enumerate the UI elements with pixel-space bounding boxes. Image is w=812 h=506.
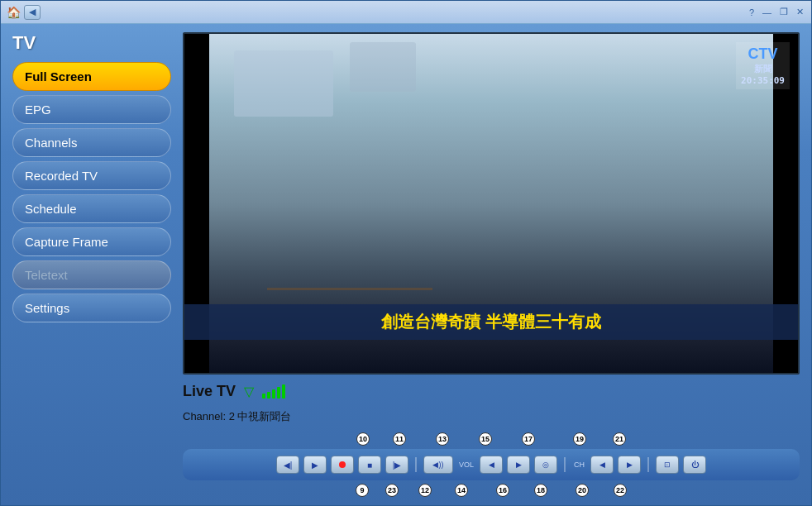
callout-bottom-row: 9 23 12 14 16 18 20 22 bbox=[183, 482, 800, 499]
restore-button[interactable]: ❐ bbox=[777, 7, 791, 17]
right-panel: CTV 新聞 20:35:09 創造台灣奇蹟 半導體三十有成 Live TV ▽ bbox=[183, 32, 800, 499]
help-button[interactable]: ? bbox=[747, 7, 757, 17]
sidebar-item-settings[interactable]: Settings bbox=[12, 294, 171, 322]
callout-top-row: 10 11 13 15 17 19 21 bbox=[183, 431, 800, 447]
ch-up-button[interactable]: ▶ bbox=[618, 456, 641, 474]
callout-9: 9 bbox=[356, 484, 369, 497]
callout-11: 11 bbox=[393, 432, 406, 446]
video-container[interactable]: CTV 新聞 20:35:09 創造台灣奇蹟 半導體三十有成 bbox=[183, 32, 800, 375]
tv-scene: CTV 新聞 20:35:09 創造台灣奇蹟 半導體三十有成 bbox=[184, 34, 798, 373]
status-bar: Live TV ▽ bbox=[183, 381, 800, 402]
antenna-icon: ▽ bbox=[244, 384, 254, 399]
record-button[interactable] bbox=[331, 456, 354, 474]
snapshot-button[interactable]: ⊡ bbox=[656, 456, 679, 474]
play-button[interactable]: ▶ bbox=[303, 456, 327, 474]
vol-down-button[interactable]: ◀ bbox=[480, 456, 503, 474]
callout-17: 17 bbox=[522, 432, 535, 446]
callout-20: 20 bbox=[576, 484, 589, 497]
prev-button[interactable]: ◀| bbox=[276, 456, 299, 474]
tv-subtitle: 創造台灣奇蹟 半導體三十有成 bbox=[184, 304, 798, 340]
callout-13: 13 bbox=[436, 432, 449, 446]
controls-button-row: ◀| ▶ ■ |▶ ◀)) VOL ◀ ▶ ◎ CH ◀ bbox=[191, 456, 791, 474]
sidebar-item-schedule[interactable]: Schedule bbox=[12, 194, 171, 223]
main-content: TV Full Screen EPG Channels Recorded TV … bbox=[1, 24, 811, 506]
callout-21: 21 bbox=[613, 432, 626, 446]
controls-wrapper: 10 11 13 15 17 19 21 ◀| ▶ ■ bbox=[183, 431, 800, 499]
sep1 bbox=[415, 457, 417, 472]
ch-down-button[interactable]: ◀ bbox=[590, 456, 614, 474]
tv-logo: CTV 新聞 20:35:09 bbox=[736, 42, 790, 89]
sidebar-item-capture-frame[interactable]: Capture Frame bbox=[12, 227, 171, 256]
callout-12: 12 bbox=[418, 484, 432, 497]
callout-22: 22 bbox=[614, 484, 627, 497]
sep3 bbox=[647, 457, 649, 472]
mute-button[interactable]: ◎ bbox=[534, 456, 557, 474]
callout-19: 19 bbox=[573, 432, 586, 446]
sep2 bbox=[564, 457, 566, 472]
power-button[interactable]: ⏻ bbox=[683, 456, 706, 474]
sidebar: TV Full Screen EPG Channels Recorded TV … bbox=[12, 32, 171, 499]
home-icon[interactable]: 🏠 bbox=[6, 5, 21, 20]
minimize-button[interactable]: — bbox=[760, 7, 774, 17]
sidebar-item-recorded-tv[interactable]: Recorded TV bbox=[12, 161, 171, 190]
audio-button[interactable]: ◀)) bbox=[423, 456, 453, 474]
main-window: 🏠 ◀ ? — ❐ ✕ TV Full Screen EPG Channels … bbox=[0, 0, 812, 506]
stop-button[interactable]: ■ bbox=[358, 456, 381, 474]
callout-18: 18 bbox=[534, 484, 547, 497]
controls-area: ◀| ▶ ■ |▶ ◀)) VOL ◀ ▶ ◎ CH ◀ bbox=[183, 449, 800, 480]
sidebar-title: TV bbox=[12, 32, 171, 54]
channel-info: Channel: 2 中視新聞台 bbox=[183, 409, 800, 424]
signal-bars bbox=[262, 384, 285, 399]
next-button[interactable]: |▶ bbox=[385, 456, 408, 474]
callout-14: 14 bbox=[455, 484, 468, 497]
callout-16: 16 bbox=[496, 484, 509, 497]
vol-label: VOL bbox=[459, 461, 474, 469]
close-button[interactable]: ✕ bbox=[794, 7, 806, 17]
title-bar-controls: ? — ❐ ✕ bbox=[747, 7, 806, 17]
callout-23: 23 bbox=[385, 484, 399, 497]
sidebar-item-channels[interactable]: Channels bbox=[12, 128, 171, 157]
top-callouts: 10 11 13 15 17 19 21 bbox=[356, 432, 626, 446]
callout-10: 10 bbox=[356, 432, 370, 446]
title-bar: 🏠 ◀ ? — ❐ ✕ bbox=[1, 1, 811, 24]
sidebar-item-epg[interactable]: EPG bbox=[12, 95, 171, 124]
back-button[interactable]: ◀ bbox=[24, 5, 41, 20]
live-tv-label: Live TV bbox=[183, 383, 236, 400]
ch-label: CH bbox=[574, 461, 585, 469]
sidebar-item-full-screen[interactable]: Full Screen bbox=[12, 62, 171, 91]
vol-up-button[interactable]: ▶ bbox=[507, 456, 530, 474]
sidebar-item-teletext: Teletext bbox=[12, 260, 171, 289]
bottom-callouts: 9 23 12 14 16 18 20 22 bbox=[356, 484, 627, 497]
callout-15: 15 bbox=[479, 432, 492, 446]
title-bar-left: 🏠 ◀ bbox=[6, 5, 41, 20]
